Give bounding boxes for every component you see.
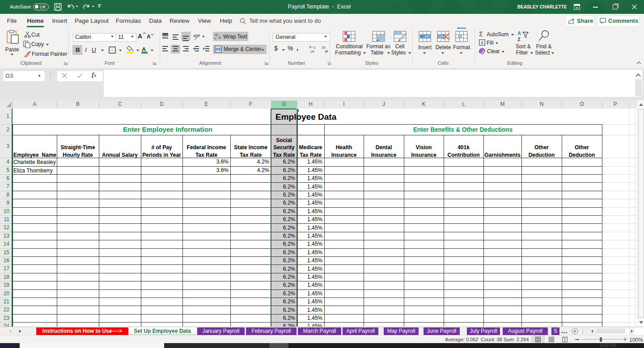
svg-text:0: 0 <box>314 46 315 49</box>
svg-text:ab: ab <box>215 33 218 36</box>
svg-text:.00: .00 <box>310 50 314 53</box>
svg-text:Z: Z <box>517 37 521 42</box>
svg-text:c: c <box>215 37 216 40</box>
svg-text:A: A <box>517 30 521 36</box>
